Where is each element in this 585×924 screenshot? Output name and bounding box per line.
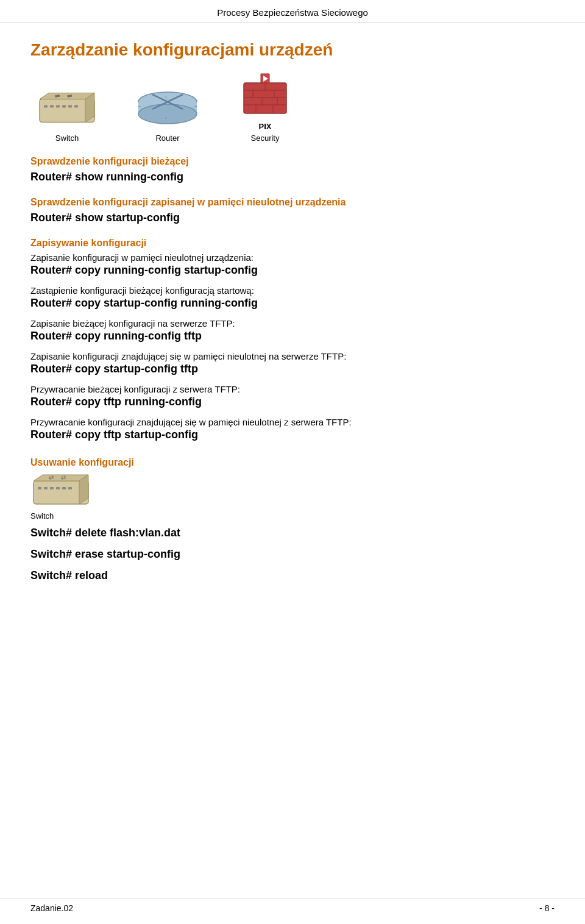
- device-icons-row: ⇄ ⇄ Switch ← → ↑ ↓ Router: [37, 71, 555, 143]
- switch-icon-small: ⇄ ⇄: [30, 472, 91, 511]
- delete-cmd-1: Switch# erase startup-config: [30, 548, 555, 561]
- device-switch: ⇄ ⇄ Switch: [37, 88, 98, 143]
- pix-label-line2: Security: [251, 133, 280, 143]
- save-item-0: Zapisanie konfiguracji w pamięci nieulot…: [30, 252, 555, 277]
- save-cmd-0: Router# copy running-config startup-conf…: [30, 264, 555, 277]
- save-item-4: Przywracanie bieżącej konfiguracji z ser…: [30, 384, 555, 408]
- svg-text:⇄: ⇄: [61, 474, 66, 481]
- delete-cmd-2: Switch# reload: [30, 569, 555, 582]
- main-title: Zarządzanie konfiguracjami urządzeń: [30, 40, 555, 60]
- svg-text:↓: ↓: [165, 114, 168, 120]
- svg-rect-5: [56, 105, 60, 108]
- switch-small-area: ⇄ ⇄ Switch: [30, 472, 555, 521]
- svg-rect-37: [44, 487, 48, 489]
- save-cmd-4: Router# copy tftp running-config: [30, 396, 555, 408]
- save-item-1: Zastąpienie konfiguracji bieżącej konfig…: [30, 285, 555, 310]
- save-cmd-5: Router# copy tftp startup-config: [30, 428, 555, 441]
- svg-rect-40: [62, 487, 66, 489]
- svg-rect-38: [50, 487, 54, 489]
- svg-text:⇄: ⇄: [67, 93, 72, 99]
- heading-check-current: Sprawdzenie konfiguracji bieżącej: [30, 156, 555, 167]
- section-check-current: Sprawdzenie konfiguracji bieżącej Router…: [30, 156, 555, 183]
- svg-rect-6: [62, 105, 66, 108]
- svg-text:→: →: [193, 103, 198, 109]
- svg-rect-4: [50, 105, 54, 108]
- footer-right: - 8 -: [539, 903, 555, 913]
- save-cmd-2: Router# copy running-config tftp: [30, 330, 555, 343]
- router-icon: ← → ↑ ↓: [134, 88, 201, 131]
- cmd-show-running: Router# show running-config: [30, 171, 555, 183]
- page-footer: Zadanie.02 - 8 -: [0, 898, 585, 918]
- heading-check-saved: Sprawdzenie konfiguracji zapisanej w pam…: [30, 197, 555, 208]
- save-desc-4: Przywracanie bieżącej konfiguracji z ser…: [30, 384, 555, 394]
- delete-cmd-0: Switch# delete flash:vlan.dat: [30, 527, 555, 539]
- device-pix: PIX Security: [238, 71, 292, 143]
- router-label: Router: [155, 133, 179, 143]
- svg-text:←: ←: [137, 103, 143, 109]
- cmd-show-startup: Router# show startup-config: [30, 211, 555, 224]
- footer-left: Zadanie.02: [30, 903, 73, 913]
- heading-saving: Zapisywanie konfiguracji: [30, 238, 555, 249]
- header-title: Procesy Bezpieczeństwa Sieciowego: [217, 7, 368, 18]
- svg-text:⇄: ⇄: [49, 474, 54, 481]
- save-item-3: Zapisanie konfiguracji znajdującej się w…: [30, 351, 555, 375]
- save-desc-1: Zastąpienie konfiguracji bieżącej konfig…: [30, 285, 555, 296]
- save-item-5: Przywracanie konfiguracji znajdującej si…: [30, 417, 555, 441]
- save-desc-0: Zapisanie konfiguracji w pamięci nieulot…: [30, 252, 555, 263]
- svg-point-13: [138, 104, 197, 124]
- switch-small-label: Switch: [30, 511, 54, 521]
- save-cmd-3: Router# copy startup-config tftp: [30, 363, 555, 375]
- svg-rect-39: [56, 487, 60, 489]
- device-router: ← → ↑ ↓ Router: [134, 88, 201, 143]
- switch-icon: ⇄ ⇄: [37, 88, 98, 131]
- save-cmd-1: Router# copy startup-config running-conf…: [30, 297, 555, 310]
- save-desc-3: Zapisanie konfiguracji znajdującej się w…: [30, 351, 555, 361]
- section-check-saved: Sprawdzenie konfiguracji zapisanej w pam…: [30, 197, 555, 224]
- save-item-2: Zapisanie bieżącej konfiguracji na serwe…: [30, 318, 555, 343]
- svg-rect-7: [68, 105, 72, 108]
- svg-rect-41: [68, 487, 72, 489]
- svg-rect-8: [74, 105, 78, 108]
- save-desc-2: Zapisanie bieżącej konfiguracji na serwe…: [30, 318, 555, 329]
- pix-label-line1: PIX: [259, 122, 272, 131]
- svg-text:↑: ↑: [165, 94, 168, 101]
- svg-rect-3: [44, 105, 48, 108]
- save-desc-5: Przywracanie konfiguracji znajdującej si…: [30, 417, 555, 427]
- pix-security-icon: [238, 71, 292, 119]
- page-header: Procesy Bezpieczeństwa Sieciowego: [0, 0, 585, 23]
- heading-delete: Usuwanie konfiguracji: [30, 457, 555, 468]
- svg-text:⇄: ⇄: [55, 93, 60, 99]
- section-delete: Usuwanie konfiguracji ⇄ ⇄ Switch Switch#…: [30, 457, 555, 582]
- section-saving: Zapisywanie konfiguracji Zapisanie konfi…: [30, 238, 555, 441]
- svg-rect-36: [38, 487, 41, 489]
- switch-label: Switch: [55, 133, 79, 143]
